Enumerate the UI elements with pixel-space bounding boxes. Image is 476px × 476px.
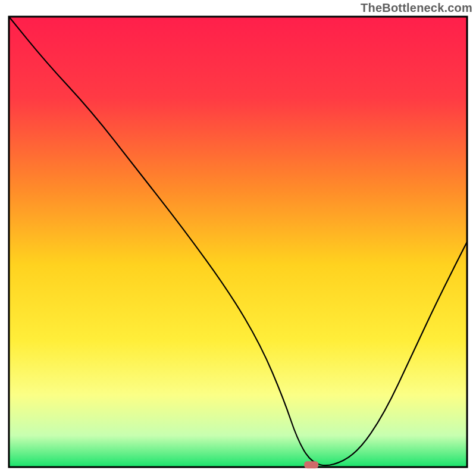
plot-background — [9, 17, 467, 467]
optimal-marker — [304, 461, 318, 468]
watermark-text: TheBottleneck.com — [361, 1, 472, 15]
bottleneck-chart: TheBottleneck.com — [0, 0, 476, 476]
chart-canvas — [0, 0, 476, 476]
